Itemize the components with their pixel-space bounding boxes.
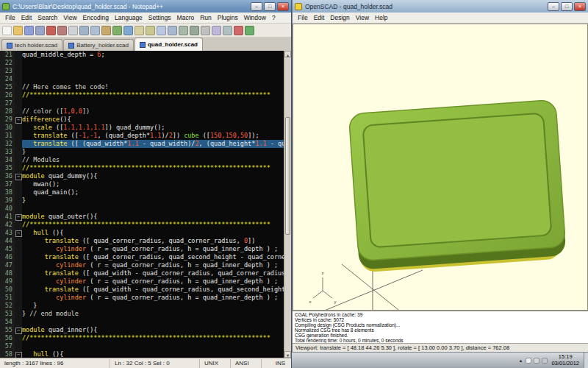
menu-settings[interactable]: Settings xyxy=(146,14,174,21)
close-all-icon[interactable] xyxy=(57,26,67,35)
menu-window[interactable]: Window xyxy=(241,14,269,21)
menu-plugins[interactable]: Plugins xyxy=(215,14,241,21)
3d-model-quad-holder[interactable] xyxy=(348,99,566,272)
fold-marker-icon[interactable] xyxy=(15,350,22,358)
minimize-button[interactable]: – xyxy=(251,2,262,11)
fold-marker-icon[interactable] xyxy=(15,213,22,221)
notepadpp-titlebar[interactable]: C:\Users\Blair\Desktop\quad_holder.scad … xyxy=(0,0,291,13)
code-line-55[interactable]: 55module quad_inner(){ xyxy=(0,326,284,334)
fold-marker-icon[interactable] xyxy=(15,172,22,180)
fold-marker-icon[interactable] xyxy=(15,326,22,334)
tab-battery-holder-scad[interactable]: Battery_holder.scad xyxy=(63,39,134,51)
code-line-35[interactable]: 35//************************************… xyxy=(0,164,284,172)
macro-play-icon[interactable] xyxy=(245,26,254,35)
code-line-57[interactable]: 57 xyxy=(0,342,284,350)
tab-quad-holder-scad[interactable]: quad_holder.scad xyxy=(135,38,203,51)
openscad-console[interactable]: CGAL Polyhedrons in cache: 39Vertices in… xyxy=(293,311,588,343)
code-line-56[interactable]: 56//************************************… xyxy=(0,334,284,342)
code-line-48[interactable]: 48 translate ([ quad_width - quad_corner… xyxy=(0,269,284,277)
hidden-icons-button[interactable]: ▲ xyxy=(517,358,523,364)
code-line-54[interactable]: 54 xyxy=(0,318,284,326)
fold-marker-icon[interactable] xyxy=(15,229,22,237)
zoom-in-icon[interactable] xyxy=(157,26,166,35)
action-center-icon[interactable] xyxy=(526,358,531,364)
close-icon[interactable] xyxy=(46,26,56,35)
menu-file[interactable]: File xyxy=(295,14,311,21)
network-icon[interactable] xyxy=(534,358,539,364)
code-line-53[interactable]: 53} // end module xyxy=(0,310,284,318)
code-line-46[interactable]: 46 translate ([ quad_corner_radius, quad… xyxy=(0,253,284,261)
openscad-titlebar[interactable]: OpenSCAD - quad_holder.scad – □ × xyxy=(293,0,588,13)
menu-view[interactable]: View xyxy=(353,14,372,21)
menu-file[interactable]: File xyxy=(2,14,18,21)
code-area[interactable]: 21quad_middle_depth = 6;22232425// Here … xyxy=(0,51,284,358)
code-line-47[interactable]: 47 cylinder ( r = quad_corner_radius, h … xyxy=(0,261,284,269)
scroll-down-arrow[interactable]: ▼ xyxy=(284,351,291,358)
code-line-49[interactable]: 49 cylinder ( r = quad_corner_radius, h … xyxy=(0,277,284,286)
show-symbols-icon[interactable] xyxy=(212,26,221,35)
code-line-31[interactable]: 31 translate ([-1,-1, (quad_depth*1.1)/2… xyxy=(0,132,284,140)
menu-design[interactable]: Design xyxy=(327,14,352,21)
print-icon[interactable] xyxy=(68,26,78,35)
code-line-29[interactable]: 29difference(){ xyxy=(0,116,284,124)
sync-scroll-h-icon[interactable] xyxy=(190,26,199,35)
code-line-23[interactable]: 23 xyxy=(0,67,284,75)
code-line-25[interactable]: 25// Here comes the code! xyxy=(0,83,284,91)
code-line-38[interactable]: 38 quad_main(); xyxy=(0,188,284,197)
close-button[interactable]: × xyxy=(277,2,289,11)
code-line-52[interactable]: 52 } xyxy=(0,302,284,310)
menu-help[interactable]: Help xyxy=(372,14,390,21)
code-line-44[interactable]: 44 translate ([ quad_corner_radius, quad… xyxy=(0,237,284,245)
undo-icon[interactable] xyxy=(112,26,122,35)
code-line-39[interactable]: 39} xyxy=(0,197,284,205)
3d-viewport[interactable]: z x y xyxy=(293,24,588,311)
menu-view[interactable]: View xyxy=(60,14,79,21)
sync-scroll-v-icon[interactable] xyxy=(179,26,188,35)
redo-icon[interactable] xyxy=(123,26,133,35)
code-line-58[interactable]: 58 hull (){ xyxy=(0,350,284,358)
menu-edit[interactable]: Edit xyxy=(311,14,328,21)
show-desktop-button[interactable] xyxy=(584,353,588,368)
cut-icon[interactable] xyxy=(79,26,89,35)
os-maximize-button[interactable]: □ xyxy=(561,2,573,11)
volume-icon[interactable] xyxy=(542,358,548,364)
menu-language[interactable]: Language xyxy=(112,14,146,21)
code-line-37[interactable]: 37 mwan(); xyxy=(0,180,284,188)
paste-icon[interactable] xyxy=(101,26,111,35)
menu-search[interactable]: Search xyxy=(35,14,60,21)
code-line-27[interactable]: 27 xyxy=(0,99,284,107)
maximize-button[interactable]: □ xyxy=(264,2,276,11)
code-line-41[interactable]: 41module quad_outer(){ xyxy=(0,213,284,221)
code-line-26[interactable]: 26//************************************… xyxy=(0,91,284,99)
indent-guide-icon[interactable] xyxy=(223,26,232,35)
code-line-30[interactable]: 30 scale ([1.1,1.1,1.1]) quad_dummy(); xyxy=(0,124,284,132)
save-icon[interactable] xyxy=(24,26,34,35)
code-editor[interactable]: 21quad_middle_depth = 6;22232425// Here … xyxy=(0,51,291,358)
macro-record-icon[interactable] xyxy=(234,26,243,35)
menu-edit[interactable]: Edit xyxy=(18,14,35,21)
os-close-button[interactable]: × xyxy=(574,2,586,11)
word-wrap-icon[interactable] xyxy=(201,26,210,35)
replace-icon[interactable] xyxy=(146,26,155,35)
code-line-22[interactable]: 22 xyxy=(0,59,284,67)
open-file-icon[interactable] xyxy=(13,26,23,35)
code-line-24[interactable]: 24 xyxy=(0,75,284,83)
menu-encoding[interactable]: Encoding xyxy=(80,14,112,21)
zoom-out-icon[interactable] xyxy=(168,26,177,35)
code-line-34[interactable]: 34// Modules xyxy=(0,156,284,164)
code-line-45[interactable]: 45 cylinder ( r = quad_corner_radius, h … xyxy=(0,245,284,253)
code-line-33[interactable]: 33} xyxy=(0,148,284,156)
find-icon[interactable] xyxy=(135,26,144,35)
code-line-32[interactable]: 32 translate ([ (quad_width*1.1 - quad_w… xyxy=(0,140,284,148)
code-line-40[interactable]: 40 xyxy=(0,205,284,213)
tab-tech-holder-scad[interactable]: tech holder.scad xyxy=(1,39,62,51)
taskbar-clock[interactable]: 15:19 03/01/2012 xyxy=(551,354,579,367)
code-line-50[interactable]: 50 translate ([ quad_width - quad_corner… xyxy=(0,286,284,294)
os-minimize-button[interactable]: – xyxy=(548,2,559,11)
save-all-icon[interactable] xyxy=(35,26,45,35)
code-line-42[interactable]: 42//************************************… xyxy=(0,221,284,229)
code-line-36[interactable]: 36module quad_dummy(){ xyxy=(0,172,284,180)
code-line-51[interactable]: 51 cylinder ( r = quad_corner_radius, h … xyxy=(0,294,284,302)
menu-run[interactable]: Run xyxy=(197,14,215,21)
code-line-28[interactable]: 28// color ([1,0,0]) xyxy=(0,107,284,116)
